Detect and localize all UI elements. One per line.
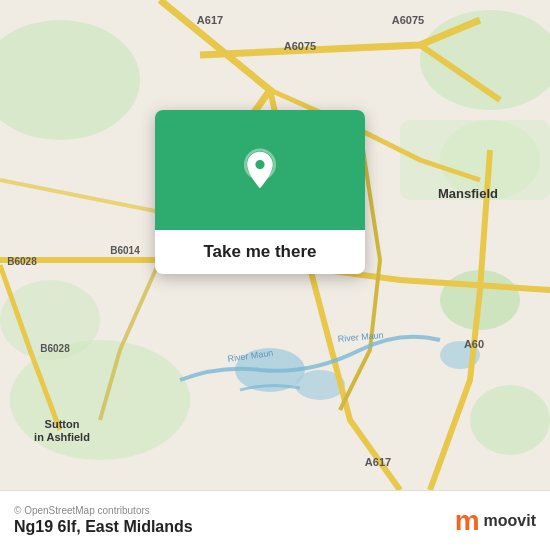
- map-container: A617 A6075 A6075 B6014 B6014 B6028 B6028…: [0, 0, 550, 490]
- svg-text:Mansfield: Mansfield: [438, 186, 498, 201]
- svg-text:A6075: A6075: [284, 40, 316, 52]
- svg-text:Sutton: Sutton: [45, 418, 80, 430]
- moovit-logo: m moovit: [455, 505, 536, 537]
- popup-card[interactable]: Take me there: [155, 110, 365, 274]
- moovit-wordmark: moovit: [484, 512, 536, 530]
- svg-text:A617: A617: [197, 14, 223, 26]
- location-pin-icon: [238, 148, 282, 192]
- svg-point-8: [470, 385, 550, 455]
- bottom-bar: © OpenStreetMap contributors Ng19 6lf, E…: [0, 490, 550, 550]
- svg-text:A617: A617: [365, 456, 391, 468]
- take-me-there-button[interactable]: Take me there: [155, 230, 365, 274]
- svg-text:B6028: B6028: [40, 343, 70, 354]
- popup-header: [155, 110, 365, 230]
- moovit-m-letter: m: [455, 505, 480, 537]
- svg-text:in Ashfield: in Ashfield: [34, 431, 90, 443]
- svg-text:B6028: B6028: [7, 256, 37, 267]
- svg-text:A6075: A6075: [392, 14, 424, 26]
- copyright-text: © OpenStreetMap contributors: [14, 505, 193, 516]
- svg-text:A60: A60: [464, 338, 484, 350]
- location-info: © OpenStreetMap contributors Ng19 6lf, E…: [14, 505, 193, 536]
- location-name: Ng19 6lf, East Midlands: [14, 518, 193, 536]
- svg-text:B6014: B6014: [110, 245, 140, 256]
